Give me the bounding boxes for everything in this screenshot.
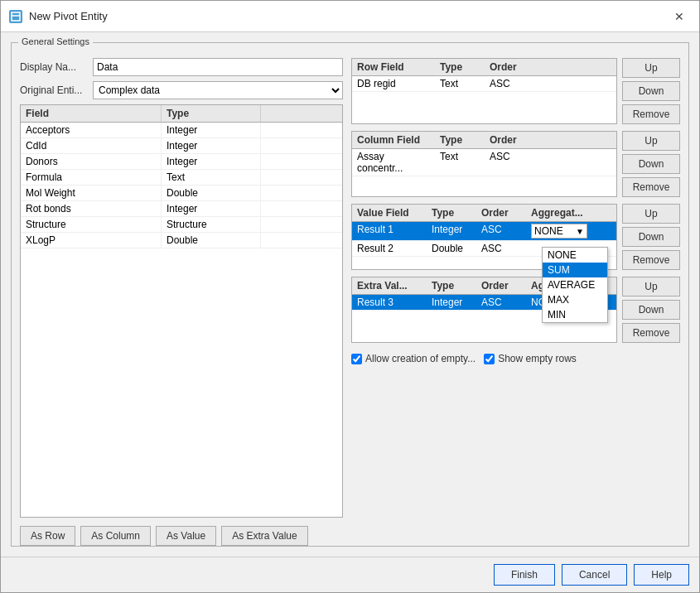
dropdown-option-max[interactable]: MAX <box>543 292 607 307</box>
row-field-col: Row Field <box>352 59 435 75</box>
original-entity-row: Original Enti... Complex data <box>20 81 343 99</box>
val-field-cell-2: Result 2 <box>352 241 427 256</box>
extra-down-button[interactable]: Down <box>622 300 680 320</box>
row-field-row[interactable]: DB regid Text ASC <box>352 76 616 92</box>
extra-type-col: Type <box>427 277 476 294</box>
aggregation-dropdown-popup: NONE SUM AVERAGE MAX MIN <box>542 247 608 323</box>
allow-creation-checkbox[interactable] <box>351 354 362 364</box>
table-row[interactable]: Acceptors Integer <box>21 123 342 138</box>
bottom-buttons: As Row As Column As Value As Extra Value <box>20 526 343 546</box>
as-value-button[interactable]: As Value <box>156 526 216 546</box>
column-field-row[interactable]: Assay concentr... Text ASC <box>352 149 616 176</box>
col-field-cell: Assay concentr... <box>352 149 435 176</box>
dialog-title: New Pivot Entity <box>29 10 108 22</box>
group-content: Display Na... Original Enti... Complex d… <box>20 58 680 546</box>
group-box-title: General Settings <box>18 36 93 46</box>
col-down-button[interactable]: Down <box>622 154 680 174</box>
col-field-col: Column Field <box>352 132 435 148</box>
as-row-button[interactable]: As Row <box>20 526 75 546</box>
val-field-col: Value Field <box>352 205 427 221</box>
val-down-button[interactable]: Down <box>622 227 680 247</box>
col-type-cell: Text <box>435 149 485 176</box>
as-extra-value-button[interactable]: As Extra Value <box>221 526 307 546</box>
field-cell: Acceptors <box>21 123 162 137</box>
help-button[interactable]: Help <box>634 564 689 586</box>
table-row[interactable]: XLogP Double <box>21 233 342 248</box>
original-entity-select[interactable]: Complex data <box>93 81 343 99</box>
row-remove-button[interactable]: Remove <box>622 104 680 124</box>
dropdown-option-min[interactable]: MIN <box>543 307 607 322</box>
aggregation-dropdown-trigger[interactable]: NONE ▼ <box>531 224 587 239</box>
close-button[interactable]: ✕ <box>668 7 691 26</box>
field-cell: Donors <box>21 154 162 169</box>
finish-button[interactable]: Finish <box>494 564 555 586</box>
allow-creation-checkbox-label[interactable]: Allow creation of empty... <box>351 353 476 364</box>
right-panel: Row Field Type Order DB regid Text ASC <box>351 58 680 546</box>
val-up-button[interactable]: Up <box>622 204 680 224</box>
column-field-header: Column Field Type Order <box>352 132 616 149</box>
value-field-row[interactable]: Result 1 Integer ASC NONE ▼ <box>352 222 616 241</box>
column-field-buttons: Up Down Remove <box>622 131 680 197</box>
field-cell: Rot bonds <box>21 201 162 216</box>
fields-table-body: Acceptors Integer CdId Integer Donors In… <box>21 123 342 517</box>
val-remove-button[interactable]: Remove <box>622 250 680 270</box>
col-up-button[interactable]: Up <box>622 131 680 151</box>
dropdown-option-average[interactable]: AVERAGE <box>543 277 607 292</box>
row-type-col: Type <box>435 59 485 75</box>
field-cell: Structure <box>21 217 162 232</box>
extra-value-buttons: Up Down Remove <box>622 277 680 343</box>
table-row[interactable]: Rot bonds Integer <box>21 201 342 217</box>
value-field-section: Value Field Type Order Aggregat... Resul… <box>351 204 680 270</box>
checkboxes-row: Allow creation of empty... Show empty ro… <box>351 353 680 364</box>
as-column-button[interactable]: As Column <box>80 526 151 546</box>
title-bar-left: New Pivot Entity <box>9 10 108 23</box>
col-remove-button[interactable]: Remove <box>622 177 680 197</box>
title-bar: New Pivot Entity ✕ <box>1 1 699 32</box>
type-cell: Integer <box>162 201 261 216</box>
val-type-col: Type <box>427 205 476 221</box>
row-order-cell: ASC <box>485 76 534 91</box>
val-type-cell: Integer <box>427 222 476 240</box>
type-cell: Integer <box>162 138 261 153</box>
dropdown-option-none[interactable]: NONE <box>543 248 607 263</box>
col-order-cell: ASC <box>485 149 534 176</box>
table-row[interactable]: CdId Integer <box>21 138 342 154</box>
field-cell: Mol Weight <box>21 186 162 200</box>
val-type-cell-2: Double <box>427 241 476 256</box>
value-field-buttons: Up Down Remove <box>622 204 680 270</box>
extra-order-cell: ASC <box>476 295 526 310</box>
dialog-icon <box>9 10 22 23</box>
row-up-button[interactable]: Up <box>622 58 680 78</box>
show-empty-rows-label: Show empty rows <box>498 353 577 364</box>
extra-up-button[interactable]: Up <box>622 277 680 296</box>
type-cell: Integer <box>162 154 261 169</box>
dialog: New Pivot Entity ✕ General Settings Disp… <box>0 0 700 593</box>
dialog-body: General Settings Display Na... Original … <box>1 32 699 557</box>
extra-field-cell: Result 3 <box>352 295 427 310</box>
table-row[interactable]: Donors Integer <box>21 154 342 170</box>
row-field-section: Row Field Type Order DB regid Text ASC <box>351 58 680 124</box>
display-name-label: Display Na... <box>20 61 86 73</box>
table-row[interactable]: Formula Text <box>21 170 342 186</box>
table-row[interactable]: Mol Weight Double <box>21 186 342 201</box>
show-empty-rows-checkbox-label[interactable]: Show empty rows <box>484 353 577 364</box>
aggregation-value: NONE <box>534 225 563 237</box>
table-row[interactable]: Structure Structure <box>21 217 342 233</box>
type-cell: Double <box>162 233 261 248</box>
dropdown-arrow-icon: ▼ <box>576 227 584 236</box>
row-field-buttons: Up Down Remove <box>622 58 680 124</box>
type-cell: Integer <box>162 123 261 137</box>
row-type-cell: Text <box>435 76 485 91</box>
val-order-col: Order <box>476 205 526 221</box>
cancel-button[interactable]: Cancel <box>562 564 627 586</box>
original-entity-label: Original Enti... <box>20 84 86 96</box>
row-field-table: Row Field Type Order DB regid Text ASC <box>351 58 617 124</box>
show-empty-rows-checkbox[interactable] <box>484 354 495 364</box>
dropdown-option-sum[interactable]: SUM <box>543 263 607 277</box>
extra-remove-button[interactable]: Remove <box>622 323 680 343</box>
value-field-header: Value Field Type Order Aggregat... <box>352 205 616 222</box>
type-cell: Structure <box>162 217 261 232</box>
col-order-col: Order <box>485 132 534 148</box>
display-name-input[interactable] <box>93 58 343 76</box>
row-down-button[interactable]: Down <box>622 81 680 101</box>
